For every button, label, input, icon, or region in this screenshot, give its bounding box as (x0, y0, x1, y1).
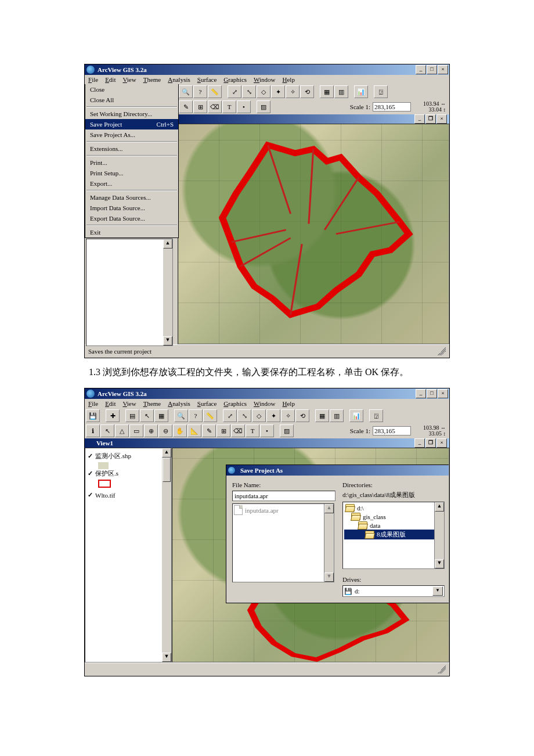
menu-import-data-source[interactable]: Import Data Source... (85, 203, 178, 213)
menu-graphics[interactable]: Graphics (223, 400, 247, 407)
text-button[interactable]: T (222, 100, 236, 113)
dir-item[interactable]: data (344, 521, 443, 530)
view-minimize-button[interactable]: _ (414, 438, 425, 448)
zoom-prev-button[interactable]: ⟲ (300, 85, 314, 98)
file-list-scrollbar[interactable]: ▲ ▼ (324, 504, 334, 582)
menu-close-all[interactable]: Close All (85, 95, 178, 105)
measure-button[interactable]: 📏 (203, 409, 217, 422)
text-tool[interactable]: T (246, 424, 259, 437)
point-tool[interactable]: • (260, 424, 274, 437)
titlebar-2[interactable]: ArcView GIS 3.2a _ □ × (85, 388, 449, 399)
scroll-down-icon[interactable]: ▼ (324, 573, 334, 582)
query-button[interactable]: ? (189, 409, 203, 422)
menu-help[interactable]: Help (283, 76, 295, 83)
scroll-down-icon[interactable]: ▼ (162, 653, 171, 662)
resize-grip-icon[interactable] (438, 347, 446, 355)
hatch-tool[interactable]: ▨ (280, 424, 294, 437)
menu-help[interactable]: Help (283, 400, 295, 407)
menu-file[interactable]: File (88, 400, 98, 407)
toc-scrollbar[interactable]: ▲ ▼ (163, 239, 172, 345)
scroll-up-icon[interactable]: ▲ (162, 448, 171, 458)
menu-graphics[interactable]: Graphics (223, 76, 247, 83)
zoom-out-button[interactable]: ⤡ (237, 409, 251, 422)
find-button[interactable]: 🔍 (174, 409, 188, 422)
maximize-button[interactable]: □ (427, 65, 437, 74)
point-button[interactable]: • (237, 100, 251, 113)
dropdown-icon[interactable]: ▼ (432, 586, 443, 596)
theme-props-button[interactable]: ▤ (125, 409, 139, 422)
toc-item[interactable]: 监测小区.shp (88, 452, 169, 460)
minimize-button[interactable]: _ (416, 65, 426, 74)
select-button[interactable]: ▦ (315, 409, 329, 422)
measure-tool[interactable]: 📐 (187, 424, 201, 437)
check-icon[interactable] (88, 491, 93, 499)
view-restore-button[interactable]: ❐ (425, 114, 436, 124)
file-name-input[interactable] (232, 491, 335, 501)
drives-combo[interactable]: 💾 d: ▼ (342, 585, 445, 597)
menu-export-data-source[interactable]: Export Data Source... (85, 213, 178, 224)
map-canvas[interactable] (178, 124, 449, 344)
menu-manage-data-sources[interactable]: Manage Data Sources... (85, 192, 178, 203)
file-list-item[interactable]: inputdata.apr (245, 507, 279, 514)
zoom-out-tool[interactable]: ⊖ (158, 424, 172, 437)
view-titlebar[interactable]: _ ❐ × (178, 114, 449, 124)
scroll-up-icon[interactable]: ▲ (435, 502, 444, 512)
select-button[interactable]: ▦ (320, 85, 334, 98)
label-tool[interactable]: ✎ (202, 424, 216, 437)
scroll-down-icon[interactable]: ▼ (435, 559, 444, 568)
vertex-button[interactable]: △ (115, 424, 129, 437)
titlebar[interactable]: ArcView GIS 3.2a _ □ × (85, 64, 449, 75)
dir-scrollbar[interactable]: ▲ ▼ (434, 502, 444, 568)
menu-theme[interactable]: Theme (143, 76, 161, 83)
scroll-up-icon[interactable]: ▲ (163, 239, 172, 249)
zoom-theme-button[interactable]: ✦ (266, 409, 280, 422)
zoom-out-button[interactable]: ⤡ (242, 85, 256, 98)
zoom-prev-button[interactable]: ⟲ (295, 409, 309, 422)
toc-panel-2[interactable]: 监测小区.shp 保护区.s Wlto.tif ▲ ▼ (85, 448, 172, 663)
menu-set-working-dir[interactable]: Set Working Directory... (85, 109, 178, 119)
query-button[interactable]: ? (193, 85, 207, 98)
draw-button[interactable]: ✎ (179, 100, 193, 113)
identify-button[interactable]: ℹ (86, 424, 100, 437)
zoom-selected-button[interactable]: ✧ (286, 85, 300, 98)
menu-print-setup[interactable]: Print Setup... (85, 168, 178, 178)
toc-panel[interactable]: ▲ ▼ (86, 239, 173, 346)
dir-item[interactable]: gis_class (344, 512, 443, 521)
menu-print[interactable]: Print... (85, 157, 178, 168)
menubar-2[interactable]: File Edit View Theme Analysis Surface Gr… (85, 399, 449, 408)
scroll-up-icon[interactable]: ▲ (324, 504, 334, 513)
menu-surface[interactable]: Surface (197, 400, 217, 407)
view-close-button[interactable]: × (436, 438, 447, 448)
menu-window[interactable]: Window (254, 400, 275, 407)
zoom-in-tool[interactable]: ⊕ (144, 424, 158, 437)
snap-button[interactable]: ⊞ (193, 100, 207, 113)
dialog-titlebar[interactable]: Save Project As × (226, 465, 449, 476)
check-icon[interactable] (88, 452, 93, 460)
directory-list[interactable]: d:\ gis_class data 8成果图版 ▲ ▼ (342, 502, 445, 569)
menubar[interactable]: File Edit View Theme Analysis Surface Gr… (85, 75, 449, 84)
menu-save-project-as[interactable]: Save Project As... (85, 129, 178, 140)
menu-close[interactable]: Close (85, 84, 178, 95)
table-button[interactable]: ▦ (154, 409, 168, 422)
zoom-in-button[interactable]: ⤢ (223, 409, 237, 422)
clear-select-button[interactable]: ▥ (334, 85, 348, 98)
menu-view[interactable]: View (122, 400, 136, 407)
measure-button[interactable]: 📏 (208, 85, 222, 98)
menu-surface[interactable]: Surface (197, 76, 217, 83)
add-theme-button[interactable]: ✚ (106, 409, 120, 422)
file-list[interactable]: inputdata.apr ▲ ▼ (232, 503, 334, 582)
zoom-full-button[interactable]: ◇ (257, 85, 270, 98)
chart-button[interactable]: 📊 (349, 409, 363, 422)
zoom-in-button[interactable]: ⤢ (228, 85, 241, 98)
menu-analysis[interactable]: Analysis (168, 76, 190, 83)
scroll-down-icon[interactable]: ▼ (163, 336, 172, 345)
menu-window[interactable]: Window (254, 76, 275, 83)
menu-export[interactable]: Export... (85, 178, 178, 189)
select-rect-button[interactable]: ▭ (129, 424, 143, 437)
close-button[interactable]: × (438, 65, 448, 74)
toc-scrollbar[interactable]: ▲ ▼ (162, 448, 171, 662)
pointer-button[interactable]: ↖ (100, 424, 114, 437)
pan-tool[interactable]: ✋ (173, 424, 187, 437)
menu-extensions[interactable]: Extensions... (85, 143, 178, 154)
menu-edit[interactable]: Edit (105, 400, 116, 407)
